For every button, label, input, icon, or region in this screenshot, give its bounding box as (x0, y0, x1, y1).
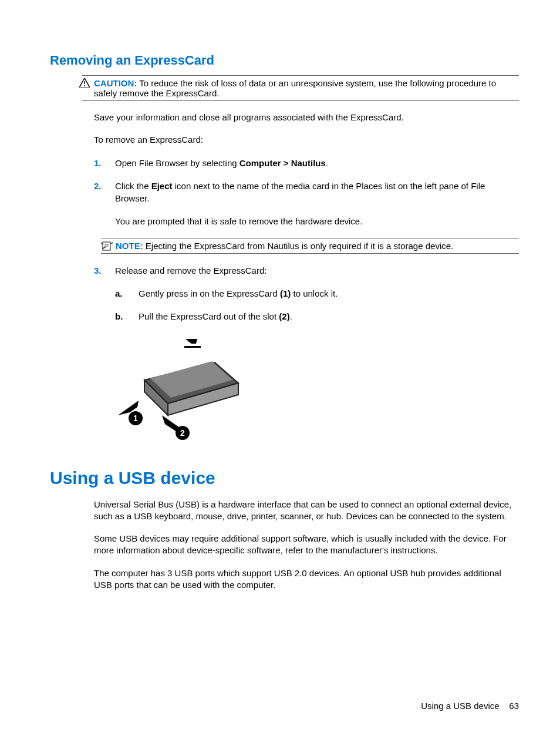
caution-callout: CAUTION: To reduce the risk of loss of d… (82, 75, 519, 101)
page-footer: Using a USB device 63 (421, 701, 519, 711)
svg-point-1 (84, 85, 85, 86)
steps-list-continued: Release and remove the ExpressCard: Gent… (94, 264, 519, 445)
substep-b: Pull the ExpressCard out of the slot (2)… (115, 310, 519, 322)
note-callout: NOTE: Ejecting the ExpressCard from Naut… (101, 238, 519, 254)
expresscard-diagram: 1 2 (109, 333, 262, 445)
substeps-list: Gently press in on the ExpressCard (1) t… (115, 287, 519, 322)
footer-title: Using a USB device (421, 701, 499, 711)
usb-para-1: Universal Serial Bus (USB) is a hardware… (94, 499, 519, 523)
caution-label: CAUTION: (94, 78, 137, 88)
step-2: Click the Eject icon next to the name of… (94, 180, 519, 227)
svg-rect-5 (184, 346, 201, 348)
note-icon (101, 241, 113, 253)
note-text: Ejecting the ExpressCard from Nautilus i… (146, 241, 453, 251)
substep-a: Gently press in on the ExpressCard (1) t… (115, 287, 519, 300)
svg-text:2: 2 (180, 428, 185, 438)
note-label: NOTE: (116, 241, 143, 251)
steps-list: Open File Browser by selecting Computer … (94, 157, 519, 227)
step-2-followup: You are prompted that it is safe to remo… (115, 215, 519, 227)
usb-para-3: The computer has 3 USB ports which suppo… (94, 567, 519, 592)
intro-para-1: Save your information and close all prog… (94, 112, 519, 123)
step-3: Release and remove the ExpressCard: Gent… (94, 264, 519, 445)
svg-text:1: 1 (133, 414, 138, 423)
usb-para-2: Some USB devices may require additional … (94, 533, 519, 557)
section-heading-usb: Using a USB device (50, 468, 519, 488)
caution-icon (79, 78, 90, 89)
step-1: Open File Browser by selecting Computer … (94, 157, 519, 169)
caution-text: To reduce the risk of loss of data or an… (94, 78, 496, 98)
section-heading-removing: Removing an ExpressCard (50, 53, 519, 68)
footer-page: 63 (509, 701, 519, 711)
intro-para-2: To remove an ExpressCard: (94, 134, 519, 146)
